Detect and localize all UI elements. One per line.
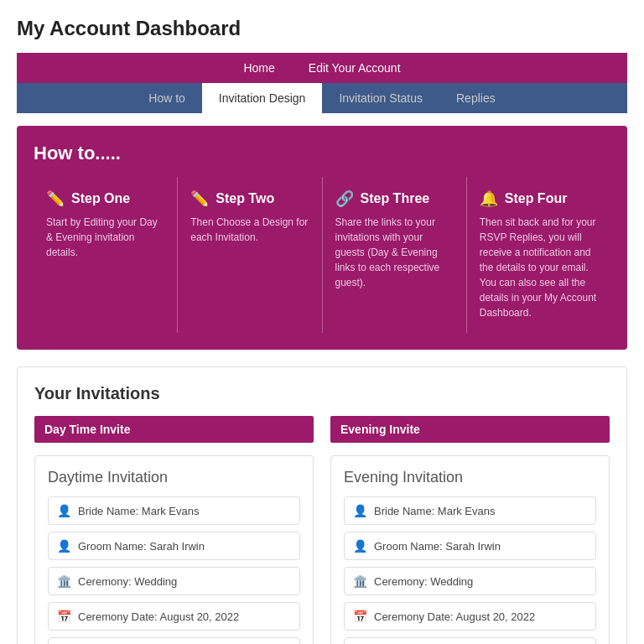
step-four-header: 🔔 Step Four bbox=[480, 190, 598, 208]
step-three: 🔗 Step Three Share the links to your inv… bbox=[323, 177, 466, 333]
groom-icon: 👤 bbox=[57, 539, 71, 553]
evening-groom-name: 👤 Groom Name: Sarah Irwin bbox=[344, 532, 596, 560]
daytime-ceremony-date-label: Ceremony Date: August 20, 2022 bbox=[78, 610, 239, 623]
invitations-section: Your Invitations Day Time Invite Daytime… bbox=[17, 366, 627, 644]
step-four: 🔔 Step Four Then sit back and for your R… bbox=[467, 177, 610, 333]
evening-invite-column: Evening Invite Evening Invitation 👤 Brid… bbox=[330, 416, 610, 644]
daytime-groom-name: 👤 Groom Name: Sarah Irwin bbox=[48, 532, 300, 560]
howto-title: How to..... bbox=[34, 143, 610, 164]
evening-invite-card: Evening Invitation 👤 Bride Name: Mark Ev… bbox=[330, 455, 610, 644]
step-two-desc: Then Choose a Design for each Invitation… bbox=[190, 215, 309, 245]
evening-invite-header: Evening Invite bbox=[330, 416, 610, 443]
invitations-title: Your Invitations bbox=[34, 384, 610, 403]
step-four-icon: 🔔 bbox=[480, 190, 498, 208]
daytime-ceremony: 🏛️ Ceremony: Wedding bbox=[48, 567, 300, 595]
page-title: My Account Dashboard bbox=[17, 17, 627, 40]
daytime-ceremony-label: Ceremony: Wedding bbox=[78, 575, 177, 588]
daytime-card-title: Daytime Invitation bbox=[48, 469, 300, 486]
invitations-grid: Day Time Invite Daytime Invitation 👤 Bri… bbox=[34, 416, 610, 644]
subnav-invitation-design[interactable]: Invitation Design bbox=[202, 83, 323, 113]
daytime-rsvp-date: 📅 RSVP By Date: July 20, 2022 bbox=[48, 637, 300, 644]
step-one: ✏️ Step One Start by Editing your Day & … bbox=[34, 177, 177, 333]
step-one-desc: Start by Editing your Day & Evening invi… bbox=[46, 215, 164, 260]
nav-home[interactable]: Home bbox=[243, 61, 274, 75]
evening-groom-icon: 👤 bbox=[353, 539, 367, 553]
calendar-icon: 📅 bbox=[57, 610, 71, 623]
step-two-header: ✏️ Step Two bbox=[190, 190, 309, 208]
evening-ceremony-icon: 🏛️ bbox=[353, 574, 367, 588]
evening-ceremony-date-label: Ceremony Date: August 20, 2022 bbox=[374, 610, 535, 623]
daytime-invite-card: Daytime Invitation 👤 Bride Name: Mark Ev… bbox=[34, 455, 314, 644]
evening-calendar-icon: 📅 bbox=[353, 610, 367, 623]
evening-bride-name: 👤 Bride Name: Mark Evans bbox=[344, 496, 596, 525]
step-two-title: Step Two bbox=[216, 191, 274, 206]
bride-icon: 👤 bbox=[57, 504, 71, 517]
howto-section: How to..... ✏️ Step One Start by Editing… bbox=[17, 126, 627, 350]
step-two: ✏️ Step Two Then Choose a Design for eac… bbox=[178, 177, 321, 333]
step-one-header: ✏️ Step One bbox=[46, 190, 164, 208]
evening-ceremony-label: Ceremony: Wedding bbox=[374, 575, 473, 588]
top-nav: Home Edit Your Account bbox=[17, 53, 627, 83]
evening-card-title: Evening Invitation bbox=[344, 469, 596, 486]
step-four-desc: Then sit back and for your RSVP Replies,… bbox=[480, 215, 598, 320]
evening-groom-label: Groom Name: Sarah Irwin bbox=[374, 540, 501, 553]
evening-rsvp-date: 📅 RSVP By Date: July 20, 2022 bbox=[344, 637, 596, 644]
subnav-invitation-status[interactable]: Invitation Status bbox=[322, 83, 439, 113]
sub-nav: How to Invitation Design Invitation Stat… bbox=[17, 83, 627, 113]
step-four-title: Step Four bbox=[505, 191, 568, 206]
daytime-invite-column: Day Time Invite Daytime Invitation 👤 Bri… bbox=[34, 416, 314, 644]
step-three-header: 🔗 Step Three bbox=[335, 190, 454, 208]
daytime-bride-name: 👤 Bride Name: Mark Evans bbox=[48, 496, 300, 525]
step-one-icon: ✏️ bbox=[46, 190, 65, 208]
steps-grid: ✏️ Step One Start by Editing your Day & … bbox=[34, 177, 610, 333]
evening-bride-label: Bride Name: Mark Evans bbox=[374, 505, 496, 517]
step-one-title: Step One bbox=[71, 191, 130, 206]
ceremony-icon: 🏛️ bbox=[57, 574, 71, 588]
step-two-icon: ✏️ bbox=[190, 190, 209, 208]
evening-bride-icon: 👤 bbox=[353, 504, 367, 517]
subnav-howto[interactable]: How to bbox=[132, 83, 202, 113]
subnav-replies[interactable]: Replies bbox=[439, 83, 512, 113]
daytime-groom-label: Groom Name: Sarah Irwin bbox=[78, 540, 205, 553]
daytime-invite-header: Day Time Invite bbox=[34, 416, 314, 443]
daytime-ceremony-date: 📅 Ceremony Date: August 20, 2022 bbox=[48, 602, 300, 631]
evening-ceremony: 🏛️ Ceremony: Wedding bbox=[344, 567, 596, 595]
step-three-title: Step Three bbox=[361, 191, 430, 206]
evening-ceremony-date: 📅 Ceremony Date: August 20, 2022 bbox=[344, 602, 596, 631]
nav-edit-account[interactable]: Edit Your Account bbox=[309, 61, 401, 75]
step-three-icon: 🔗 bbox=[335, 190, 354, 208]
step-three-desc: Share the links to your invitations with… bbox=[335, 215, 454, 290]
daytime-bride-label: Bride Name: Mark Evans bbox=[78, 505, 200, 517]
